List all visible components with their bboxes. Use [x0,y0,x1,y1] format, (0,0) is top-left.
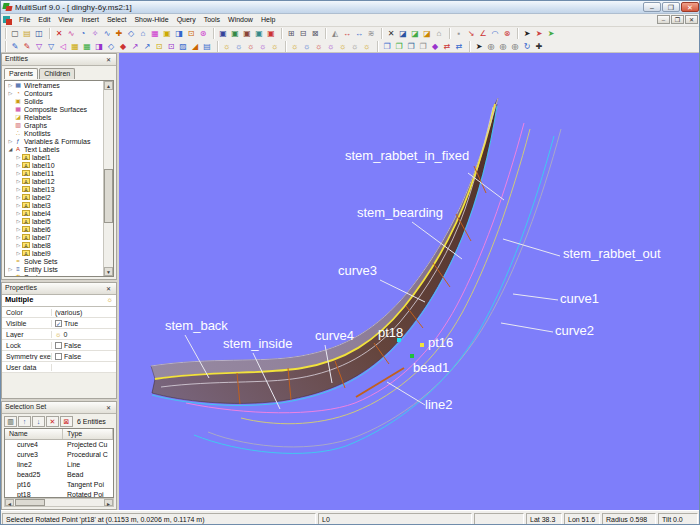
tree-item-label11[interactable]: ▷Alabel11 [5,169,104,177]
toolbar1-tool-icon-0-2[interactable]: ◫ [33,28,45,39]
tree-item-wireframes[interactable]: ▷▦Wireframes [5,81,104,89]
tree-expand-icon[interactable]: ▷ [15,162,22,168]
bead1-point[interactable] [410,354,414,358]
toolbar2-tool-icon-0-5[interactable]: ▦ [69,41,81,52]
tree-item-label13[interactable]: ▷Alabel13 [5,185,104,193]
toolbar2-tool-icon-0-8[interactable]: ◇ [105,41,117,52]
remove-icon[interactable]: ✕ [46,416,59,427]
selection-row-pt18[interactable]: pt18Rotated Poi [5,490,113,498]
menu-file[interactable]: File [15,14,34,26]
tree-item-variables-formulas[interactable]: ▷ƒVariables & Formulas [5,137,104,145]
toolbar1-tool-icon-1-10[interactable]: ◨ [173,28,185,39]
tree-item-label3[interactable]: ▷Alabel3 [5,201,104,209]
toolbar1-tool-icon-7-0[interactable]: ➤ [521,28,533,39]
property-value[interactable]: ✓True [52,320,78,327]
toolbar2-tool-icon-3-0[interactable]: ❐ [381,41,393,52]
toolbar2-tool-icon-3-1[interactable]: ❐ [393,41,405,52]
tree-expand-icon[interactable]: ▷ [7,82,14,88]
toolbar2-tool-icon-4-4[interactable]: ↻ [521,41,533,52]
tree-item-label5[interactable]: ▷Alabel5 [5,217,104,225]
tree-expand-icon[interactable]: ▷ [15,210,22,216]
toolbar1-tool-icon-6-1[interactable]: ↘ [465,28,477,39]
column-header-type[interactable]: Type [63,429,113,439]
toolbar2-tool-icon-2-5[interactable]: ☼ [349,41,361,52]
minimize-button[interactable]: – [643,2,661,12]
toolbar1-tool-icon-5-0[interactable]: ✕ [385,28,397,39]
tree-expand-icon[interactable]: ◢ [7,274,14,276]
toolbar2-tool-icon-4-0[interactable]: ➤ [473,41,485,52]
tree-expand-icon[interactable]: ▷ [15,234,22,240]
tree-item-solids[interactable]: ▣Solids [5,97,104,105]
toolbar2-tool-icon-2-3[interactable]: ☼ [325,41,337,52]
toolbar2-tool-icon-2-0[interactable]: ☼ [289,41,301,52]
maximize-button[interactable]: ❐ [662,2,680,12]
toolbar1-tool-icon-2-2[interactable]: ▣ [241,28,253,39]
selection-close-icon[interactable]: ✕ [103,403,114,413]
tree-item-label7[interactable]: ▷Alabel7 [5,233,104,241]
toolbar1-tool-icon-4-1[interactable]: ↔ [341,28,353,39]
toolbar2-tool-icon-1-3[interactable]: ☼ [257,41,269,52]
toolbar2-tool-icon-2-4[interactable]: ☼ [337,41,349,52]
tree-item-label6[interactable]: ▷Alabel6 [5,225,104,233]
toolbar2-tool-icon-0-13[interactable]: ⊡ [165,41,177,52]
tree-item-knotlists[interactable]: ∴Knotlists [5,129,104,137]
pt16-point[interactable] [420,343,424,347]
toolbar2-tool-icon-3-2[interactable]: ❐ [405,41,417,52]
toolbar2-tool-icon-0-15[interactable]: ◢ [189,41,201,52]
toolbar2-tool-icon-1-4[interactable]: ☼ [269,41,281,52]
selection-hscrollbar[interactable]: ◄ ► [4,498,114,507]
toolbar2-tool-icon-0-7[interactable]: ◨ [93,41,105,52]
toolbar2-tool-icon-1-2[interactable]: ☼ [245,41,257,52]
selection-row-line2[interactable]: line2Line [5,460,113,470]
toolbar2-tool-icon-0-16[interactable]: ▤ [201,41,213,52]
tree-item-label10[interactable]: ▷Alabel10 [5,161,104,169]
help-bulb-icon[interactable]: ☼ [107,295,113,305]
tree-item-label9[interactable]: ▷Alabel9 [5,249,104,257]
toolbar2-tool-icon-0-4[interactable]: ◁ [57,41,69,52]
mdi-close-button[interactable]: ✕ [685,15,698,24]
tree-expand-icon[interactable]: ▷ [15,226,22,232]
tree-expand-icon[interactable]: ▷ [7,90,14,96]
hscroll-thumb[interactable] [15,499,45,506]
tree-expand-icon[interactable]: ▷ [7,266,14,272]
tree-item-label2[interactable]: ▷Alabel2 [5,193,104,201]
toolbar1-tool-icon-5-3[interactable]: ◪ [421,28,433,39]
move-up-icon[interactable]: ↑ [18,416,31,427]
tree-item-system[interactable]: ◢✱System [5,273,104,276]
tree-item-label4[interactable]: ▷Alabel4 [5,209,104,217]
toolbar1-tool-icon-0-1[interactable]: ▤ [21,28,33,39]
toolbar1-tool-icon-7-2[interactable]: ➤ [545,28,557,39]
toolbar1-tool-icon-3-1[interactable]: ⊟ [297,28,309,39]
toolbar2-tool-icon-3-3[interactable]: ❐ [417,41,429,52]
checkbox-unchecked-icon[interactable] [55,342,62,349]
property-value[interactable]: False [52,353,81,360]
columns-icon[interactable]: ▥ [4,416,17,427]
tree-expand-icon[interactable]: ▷ [15,194,22,200]
toolbar1-tool-icon-0-0[interactable]: ▢ [9,28,21,39]
tree-item-text-labels[interactable]: ◢AText Labels [5,145,104,153]
toolbar2-tool-icon-0-10[interactable]: ↗ [129,41,141,52]
toolbar1-tool-icon-1-3[interactable]: ✧ [89,28,101,39]
toolbar2-tool-icon-3-6[interactable]: ⇄ [453,41,465,52]
tree-item-graphs[interactable]: ▥Graphs [5,121,104,129]
selection-row-bead25[interactable]: bead25Bead [5,470,113,480]
toolbar1-tool-icon-5-2[interactable]: ◪ [409,28,421,39]
tree-expand-icon[interactable]: ▷ [15,186,22,192]
tree-expand-icon[interactable]: ▷ [15,202,22,208]
toolbar2-tool-icon-0-14[interactable]: ▨ [177,41,189,52]
toolbar1-tool-icon-1-12[interactable]: ⊛ [197,28,209,39]
toolbar1-tool-icon-1-1[interactable]: ∿ [65,28,77,39]
toolbar1-tool-icon-2-4[interactable]: ▣ [265,28,277,39]
property-value[interactable]: False [52,342,81,349]
entities-tree-scrollbar[interactable]: ▲ ▼ [103,81,113,276]
property-value[interactable]: ☼0 [52,331,67,338]
toolbar1-tool-icon-1-0[interactable]: ✕ [53,28,65,39]
property-value[interactable]: (various) [52,309,82,316]
toolbar1-tool-icon-5-4[interactable]: ⌂ [433,28,445,39]
tree-item-entity-lists[interactable]: ▷≡Entity Lists [5,265,104,273]
scroll-up-icon[interactable]: ▲ [104,81,113,90]
toolbar1-tool-icon-1-4[interactable]: ∿ [101,28,113,39]
line2-segment[interactable] [356,368,404,397]
tree-expand-icon[interactable]: ▷ [15,218,22,224]
toolbar2-tool-icon-4-1[interactable]: ◎ [485,41,497,52]
